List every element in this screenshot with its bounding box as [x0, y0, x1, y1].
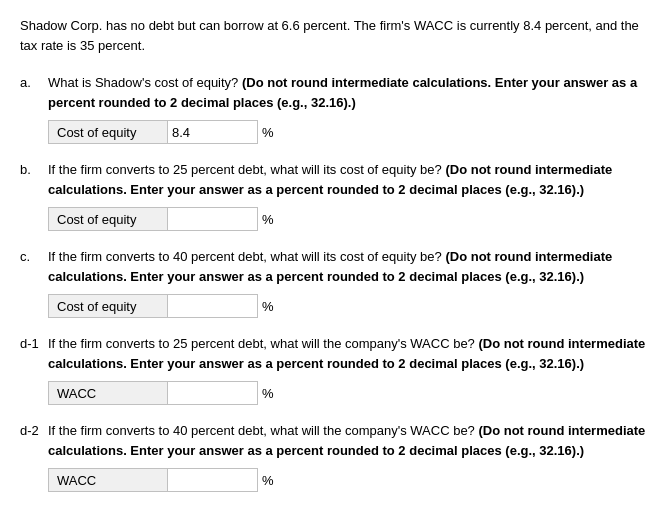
question-text-a: What is Shadow's cost of equity? (Do not…	[48, 73, 650, 112]
question-instruction-a: (Do not round intermediate calculations.…	[48, 75, 637, 110]
field-unit-b: %	[262, 212, 274, 227]
field-input-d2[interactable]	[168, 468, 258, 492]
field-label-a: Cost of equity	[48, 120, 168, 144]
input-row-a: Cost of equity%	[48, 120, 650, 144]
question-instruction-d1: (Do not round intermediate calculations.…	[48, 336, 645, 371]
field-input-a[interactable]	[168, 120, 258, 144]
question-instruction-b: (Do not round intermediate calculations.…	[48, 162, 612, 197]
question-letter-d1: d-1	[20, 334, 48, 354]
input-row-c: Cost of equity%	[48, 294, 650, 318]
question-text-b: If the firm converts to 25 percent debt,…	[48, 160, 650, 199]
question-label-d1: d-1If the firm converts to 25 percent de…	[20, 334, 650, 373]
question-label-c: c.If the firm converts to 40 percent deb…	[20, 247, 650, 286]
field-unit-c: %	[262, 299, 274, 314]
question-instruction-d2: (Do not round intermediate calculations.…	[48, 423, 645, 458]
field-label-c: Cost of equity	[48, 294, 168, 318]
question-text-c: If the firm converts to 40 percent debt,…	[48, 247, 650, 286]
question-text-d2: If the firm converts to 40 percent debt,…	[48, 421, 650, 460]
input-row-d2: WACC%	[48, 468, 650, 492]
question-block-b: b.If the firm converts to 25 percent deb…	[20, 160, 650, 231]
question-letter-b: b.	[20, 160, 48, 180]
field-label-d1: WACC	[48, 381, 168, 405]
question-block-d2: d-2If the firm converts to 40 percent de…	[20, 421, 650, 492]
question-block-c: c.If the firm converts to 40 percent deb…	[20, 247, 650, 318]
question-label-d2: d-2If the firm converts to 40 percent de…	[20, 421, 650, 460]
field-unit-a: %	[262, 125, 274, 140]
input-row-d1: WACC%	[48, 381, 650, 405]
question-letter-a: a.	[20, 73, 48, 93]
field-input-d1[interactable]	[168, 381, 258, 405]
field-unit-d2: %	[262, 473, 274, 488]
question-label-b: b.If the firm converts to 25 percent deb…	[20, 160, 650, 199]
field-unit-d1: %	[262, 386, 274, 401]
intro-text: Shadow Corp. has no debt but can borrow …	[20, 16, 650, 55]
question-label-a: a.What is Shadow's cost of equity? (Do n…	[20, 73, 650, 112]
field-label-b: Cost of equity	[48, 207, 168, 231]
question-letter-d2: d-2	[20, 421, 48, 441]
input-row-b: Cost of equity%	[48, 207, 650, 231]
question-block-a: a.What is Shadow's cost of equity? (Do n…	[20, 73, 650, 144]
question-block-d1: d-1If the firm converts to 25 percent de…	[20, 334, 650, 405]
field-input-c[interactable]	[168, 294, 258, 318]
question-letter-c: c.	[20, 247, 48, 267]
question-instruction-c: (Do not round intermediate calculations.…	[48, 249, 612, 284]
question-text-d1: If the firm converts to 25 percent debt,…	[48, 334, 650, 373]
field-label-d2: WACC	[48, 468, 168, 492]
field-input-b[interactable]	[168, 207, 258, 231]
